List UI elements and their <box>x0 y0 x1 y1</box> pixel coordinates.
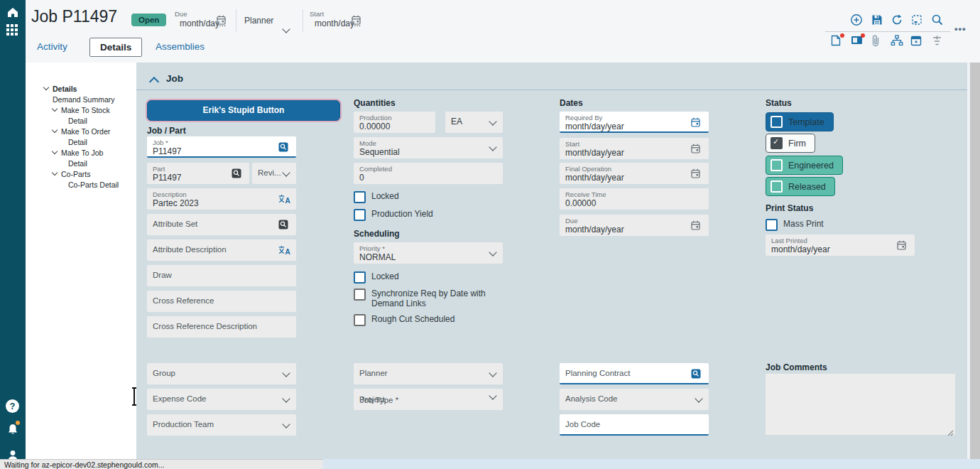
field-label: Part <box>153 165 244 173</box>
tree-item-make-to-order[interactable]: Make To Order <box>26 126 136 136</box>
resize-handle-icon[interactable] <box>947 426 954 433</box>
start-value: month/day... <box>315 18 371 28</box>
collapse-chevron-icon[interactable] <box>149 77 159 87</box>
chevron-down-icon[interactable] <box>52 170 58 176</box>
planner-select[interactable]: Planner <box>354 363 503 384</box>
cards-icon[interactable] <box>851 35 864 48</box>
memo-icon[interactable] <box>830 35 843 48</box>
production-team-select[interactable]: Production Team <box>147 414 296 436</box>
checkbox[interactable] <box>766 219 778 231</box>
calendar-icon[interactable] <box>352 15 361 25</box>
left-nav-rail: ? <box>0 0 26 469</box>
translate-icon[interactable]: A <box>278 245 290 255</box>
field-label: Job Code <box>565 416 703 433</box>
attribute-set-field: Attribute Set <box>147 214 296 235</box>
translate-icon[interactable]: A <box>278 194 290 204</box>
field-label: Receive Time <box>565 190 703 198</box>
checkbox[interactable] <box>354 209 366 221</box>
svg-text:A: A <box>285 197 290 204</box>
checkbox[interactable] <box>354 271 366 284</box>
job-type-select[interactable]: Project Job Type * <box>354 389 503 410</box>
overflow-menu-icon[interactable]: ••• <box>954 23 967 34</box>
chevron-down-icon[interactable] <box>52 106 58 112</box>
checkbox[interactable] <box>771 137 783 149</box>
uom-select: EA <box>445 112 503 133</box>
checkbox[interactable] <box>354 191 366 203</box>
quantities-heading: Quantities <box>354 98 396 108</box>
tree-item-co-parts[interactable]: Co-Parts <box>26 168 136 179</box>
attachments-icon[interactable] <box>871 35 883 48</box>
required-by-field[interactable]: Required By month/day/year <box>560 112 709 133</box>
filters-icon[interactable] <box>931 35 944 48</box>
save-icon[interactable] <box>871 14 883 26</box>
refresh-icon[interactable] <box>891 14 903 26</box>
vertical-scrollbar[interactable] <box>970 63 980 459</box>
tab-assemblies[interactable]: Assemblies <box>156 41 205 52</box>
add-icon[interactable] <box>850 14 863 26</box>
chevron-down-icon[interactable] <box>43 85 49 90</box>
tree-item-demand-summary[interactable]: Demand Summary <box>26 94 136 104</box>
job-details-content: Job Erik's Stupid Button Job / Part Job … <box>136 63 967 459</box>
start-date-field: Start month/day/year <box>560 138 709 159</box>
released-toggle[interactable]: Released <box>766 177 835 196</box>
chevron-down-icon[interactable] <box>52 149 58 154</box>
field-label: Completed <box>359 165 497 173</box>
job-tree-icon[interactable] <box>891 35 903 48</box>
due-date-header-field[interactable]: Due month/day... <box>175 10 236 28</box>
lookup-icon <box>278 220 290 230</box>
tree-item-make-to-stock[interactable]: Make To Stock <box>26 104 136 115</box>
scheduling-locked-checkbox-row[interactable]: Locked <box>354 271 399 284</box>
mass-print-checkbox-row[interactable]: Mass Print <box>766 219 824 231</box>
chevron-down-icon[interactable] <box>52 127 58 133</box>
production-yield-checkbox-row[interactable]: Production Yield <box>354 209 433 221</box>
schedule-icon[interactable] <box>910 35 923 48</box>
checkbox <box>354 314 366 326</box>
tab-details[interactable]: Details <box>89 38 142 57</box>
calendar-icon[interactable] <box>691 117 703 127</box>
job-field[interactable]: Job * P11497 <box>147 136 296 158</box>
checkbox[interactable] <box>771 180 783 193</box>
tree-item-co-parts-detail[interactable]: Co-Parts Detail <box>26 179 136 190</box>
lookup-icon[interactable] <box>691 369 703 379</box>
field-label: Final Operation <box>565 165 703 173</box>
tree-item-detail[interactable]: Detail <box>26 115 136 126</box>
revision-select: Revi... <box>252 163 296 184</box>
browser-status-text: Waiting for az-epicor-dev02.stephengould… <box>0 459 323 469</box>
help-icon[interactable]: ? <box>6 399 19 413</box>
field-label: Expense Code <box>153 391 290 407</box>
expense-code-select[interactable]: Expense Code <box>147 389 296 410</box>
priority-select: Priority * NORMAL <box>354 242 503 264</box>
job-comments-textarea[interactable] <box>766 374 955 435</box>
locked-checkbox-row[interactable]: Locked <box>354 191 399 203</box>
template-toggle[interactable]: Template <box>766 112 834 131</box>
checkbox[interactable] <box>771 159 783 171</box>
planning-contract-field[interactable]: Planning Contract <box>560 363 709 384</box>
overlay-icon[interactable] <box>910 14 923 26</box>
firm-toggle[interactable]: Firm <box>766 134 815 153</box>
home-icon[interactable] <box>6 6 19 18</box>
job-section-header[interactable]: Job <box>136 68 967 90</box>
completed-field: Completed 0 <box>354 163 503 184</box>
tree-item-make-to-job[interactable]: Make To Job <box>26 147 136 158</box>
start-date-header-field[interactable]: Start month/day... <box>310 10 371 28</box>
tree-item-detail[interactable]: Detail <box>26 158 136 168</box>
tree-item-detail[interactable]: Detail <box>26 136 136 147</box>
field-label: Priority * <box>359 244 497 252</box>
divider <box>825 31 950 32</box>
field-label: Planner <box>359 365 497 382</box>
tree-item-details[interactable]: Details <box>26 83 136 94</box>
calendar-icon[interactable] <box>217 15 226 25</box>
job-code-field[interactable]: Job Code <box>560 414 709 436</box>
planner-header-dropdown[interactable]: Planner <box>244 10 300 31</box>
tree-item-label: Make To Order <box>61 127 110 136</box>
engineered-toggle[interactable]: Engineered <box>766 156 843 175</box>
tab-activity[interactable]: Activity <box>37 41 67 52</box>
checkbox[interactable] <box>771 116 783 128</box>
apps-grid-icon[interactable] <box>6 24 19 37</box>
lookup-icon[interactable] <box>278 142 290 152</box>
scheduling-heading: Scheduling <box>354 229 400 239</box>
eriks-stupid-button[interactable]: Erik's Stupid Button <box>147 100 340 121</box>
group-select[interactable]: Group <box>147 363 296 384</box>
search-icon[interactable] <box>931 14 944 26</box>
analysis-code-select[interactable]: Analysis Code <box>560 389 709 410</box>
